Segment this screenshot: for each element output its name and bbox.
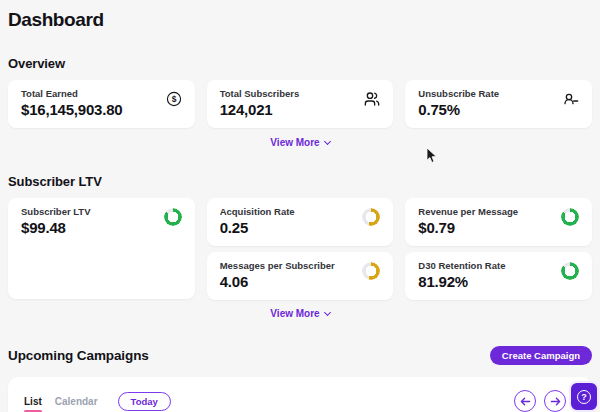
upcoming-campaigns-heading: Upcoming Campaigns — [8, 348, 149, 363]
next-arrow-button[interactable] — [544, 390, 566, 412]
tab-list[interactable]: List — [24, 396, 42, 407]
stat-value: 4.06 — [220, 273, 335, 290]
progress-ring-icon — [561, 262, 579, 280]
stat-value: 0.75% — [418, 101, 499, 118]
progress-ring-icon — [164, 208, 182, 226]
stat-label: D30 Retention Rate — [418, 260, 505, 271]
help-button[interactable]: ? — [569, 381, 599, 412]
stat-card-revenue-per-message: Revenue per Message $0.79 — [405, 198, 592, 246]
stat-card-acquisition-rate: Acquisition Rate 0.25 — [207, 198, 394, 246]
stat-label: Subscriber LTV — [21, 206, 91, 217]
campaigns-panel: List Calendar Today October 18th, 2022 t… — [8, 377, 592, 412]
subscriber-ltv-heading: Subscriber LTV — [8, 174, 592, 189]
chevron-down-icon — [324, 137, 331, 144]
subscriber-ltv-cards: Subscriber LTV $99.48 Acquisition Rate 0… — [8, 198, 592, 299]
stat-value: $99.48 — [21, 219, 91, 236]
chevron-down-icon — [324, 308, 331, 315]
arrow-right-icon — [550, 396, 561, 407]
stat-card-total-subscribers: Total Subscribers 124,021 — [207, 80, 394, 128]
create-campaign-button[interactable]: Create Campaign — [490, 346, 592, 365]
today-button[interactable]: Today — [118, 392, 171, 411]
stat-label: Revenue per Message — [418, 206, 518, 217]
stat-label: Total Subscribers — [220, 88, 300, 99]
stat-value: 124,021 — [220, 101, 300, 118]
question-mark-icon: ? — [577, 390, 591, 404]
progress-ring-icon — [561, 208, 579, 226]
progress-ring-icon — [362, 208, 380, 226]
stat-label: Acquisition Rate — [220, 206, 295, 217]
progress-ring-icon — [362, 262, 380, 280]
page-title: Dashboard — [8, 0, 592, 31]
stat-label: Total Earned — [21, 88, 122, 99]
stat-card-subscriber-ltv: Subscriber LTV $99.48 — [8, 198, 195, 299]
stat-label: Unsubscribe Rate — [418, 88, 499, 99]
view-more-label: View More — [270, 137, 319, 148]
stat-value: $0.79 — [418, 219, 518, 236]
stat-card-d30-retention-rate: D30 Retention Rate 81.92% — [405, 252, 592, 300]
stat-value: $16,145,903.80 — [21, 101, 122, 118]
overview-heading: Overview — [8, 56, 592, 71]
prev-arrow-button[interactable] — [514, 390, 536, 412]
svg-text:$: $ — [171, 94, 176, 104]
overview-cards: Total Earned $16,145,903.80 $ Total Subs… — [8, 80, 592, 128]
tab-calendar[interactable]: Calendar — [55, 396, 98, 407]
view-more-label: View More — [270, 308, 319, 319]
subscriber-ltv-view-more-link[interactable]: View More — [8, 308, 592, 319]
user-minus-icon — [563, 91, 579, 107]
overview-view-more-link[interactable]: View More — [8, 137, 592, 148]
stat-value: 81.92% — [418, 273, 505, 290]
dollar-circle-icon: $ — [166, 91, 182, 107]
stat-card-messages-per-subscriber: Messages per Subscriber 4.06 — [207, 252, 394, 300]
stat-card-unsubscribe-rate: Unsubscribe Rate 0.75% — [405, 80, 592, 128]
stat-label: Messages per Subscriber — [220, 260, 335, 271]
stat-card-total-earned: Total Earned $16,145,903.80 $ — [8, 80, 195, 128]
arrow-left-icon — [520, 396, 531, 407]
stat-value: 0.25 — [220, 219, 295, 236]
users-icon — [364, 91, 380, 107]
